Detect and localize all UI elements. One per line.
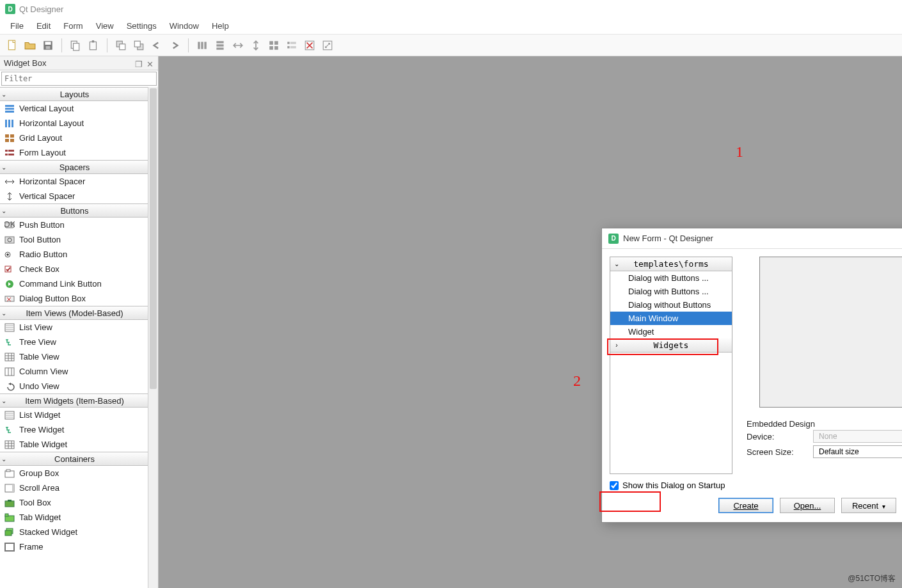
tree-header-templates[interactable]: ⌄ templates\forms (610, 257, 732, 271)
widget-item[interactable]: List Widget (0, 408, 148, 422)
menu-view[interactable]: View (91, 20, 119, 32)
widget-item[interactable]: Table View (0, 349, 148, 364)
app-logo-icon: D (5, 4, 15, 14)
show-on-startup-checkbox[interactable] (610, 481, 619, 490)
device-select[interactable]: None (813, 430, 902, 443)
tree-header-widgets[interactable]: › Widgets (610, 338, 732, 353)
widget-item[interactable]: Tool Box (0, 495, 148, 510)
tool-break-layout-icon[interactable] (301, 37, 318, 54)
widget-item[interactable]: Horizontal Spacer (0, 174, 148, 189)
widget-item[interactable]: List View (0, 320, 148, 335)
widget-box-scrollbar[interactable] (148, 87, 158, 588)
form-icon (4, 148, 15, 158)
form-preview (759, 257, 902, 408)
menu-settings[interactable]: Settings (122, 20, 162, 32)
tool-layout-h-icon[interactable] (194, 37, 210, 54)
widget-item[interactable]: Dialog Button Box (0, 291, 148, 306)
table-icon (4, 352, 15, 362)
svg-rect-33 (12, 120, 13, 127)
widget-item-label: Check Box (19, 264, 59, 274)
widget-item[interactable]: Stacked Widget (0, 525, 148, 539)
tool-copy-icon[interactable] (67, 37, 84, 54)
svg-rect-79 (5, 514, 8, 516)
widget-item[interactable]: Undo View (0, 379, 148, 393)
tool-bring-front-icon[interactable] (131, 37, 147, 54)
widget-item[interactable]: Form Layout (0, 145, 148, 160)
dock-close-icon[interactable]: ✕ (146, 60, 154, 67)
widget-category-header[interactable]: ⌄Item Views (Model-Based) (0, 306, 148, 320)
widget-item[interactable]: Scroll Area (0, 481, 148, 495)
svg-rect-40 (5, 154, 8, 155)
tool-layout-vsplit-icon[interactable] (248, 37, 264, 54)
menu-edit[interactable]: Edit (31, 20, 56, 32)
widget-item[interactable]: Column View (0, 364, 148, 379)
widget-item[interactable]: Vertical Spacer (0, 189, 148, 203)
widget-item-label: Tree View (19, 337, 56, 347)
widget-category-header[interactable]: ⌄Item Widgets (Item-Based) (0, 393, 148, 408)
menu-file[interactable]: File (5, 20, 29, 32)
tool-layout-v-icon[interactable] (212, 37, 228, 54)
widget-item[interactable]: Tab Widget (0, 510, 148, 525)
tool-undo-icon[interactable] (148, 37, 165, 54)
svg-text:OK: OK (4, 221, 15, 229)
svg-point-47 (6, 253, 9, 256)
tool-redo-icon[interactable] (166, 37, 183, 54)
tool-paste-icon[interactable] (85, 37, 102, 54)
widget-item[interactable]: Radio Button (0, 247, 148, 262)
table-icon (4, 440, 15, 450)
template-tree[interactable]: ⌄ templates\forms Dialog with Buttons ..… (610, 257, 732, 474)
widget-item[interactable]: Tool Button (0, 232, 148, 247)
widget-item-label: Frame (19, 542, 44, 552)
tool-layout-form-icon[interactable] (283, 37, 300, 54)
dialog-titlebar[interactable]: D New Form - Qt Designer ✕ (602, 228, 902, 249)
widget-filter-input[interactable] (1, 72, 157, 86)
widget-category-header[interactable]: ⌄Containers (0, 452, 148, 466)
tool-save-icon[interactable] (40, 37, 56, 54)
template-tree-item[interactable]: Main Window (610, 312, 732, 325)
list-icon (4, 322, 15, 333)
tool-layout-grid-icon[interactable] (265, 37, 282, 54)
template-tree-item[interactable]: Dialog with Buttons ... (610, 271, 732, 285)
widget-item[interactable]: Grid Layout (0, 131, 148, 145)
template-tree-item[interactable]: Dialog with Buttons ... (610, 285, 732, 298)
svg-rect-30 (5, 111, 14, 113)
dialog-title: New Form - Qt Designer (623, 234, 902, 243)
menu-help[interactable]: Help (207, 20, 234, 32)
widget-category-header[interactable]: ⌄Spacers (0, 160, 148, 174)
widget-item[interactable]: Frame (0, 539, 148, 554)
tool-send-back-icon[interactable] (113, 37, 129, 54)
create-button[interactable]: Create (718, 498, 773, 513)
widget-list[interactable]: ⌄LayoutsVertical LayoutHorizontal Layout… (0, 87, 148, 588)
tool-adjust-size-icon[interactable] (319, 37, 336, 54)
tool-layout-hsplit-icon[interactable] (230, 37, 246, 54)
menu-form[interactable]: Form (58, 20, 88, 32)
new-form-dialog: D New Form - Qt Designer ✕ ⌄ templates\f… (601, 228, 902, 523)
dock-float-icon[interactable]: ❐ (135, 60, 143, 67)
recent-button[interactable]: Recent (841, 498, 896, 513)
tool-new-icon[interactable] (4, 37, 20, 54)
widget-category-header[interactable]: ⌄Buttons (0, 203, 148, 218)
embedded-design-group: Embedded Design Device: None Screen Size… (744, 417, 902, 459)
svg-rect-18 (269, 41, 273, 45)
widget-item[interactable]: Command Link Button (0, 276, 148, 291)
stack-icon (4, 527, 15, 537)
widget-item-label: Tool Box (19, 498, 51, 507)
template-tree-item[interactable]: Dialog without Buttons (610, 298, 732, 312)
widget-item[interactable]: Horizontal Layout (0, 116, 148, 131)
menu-window[interactable]: Window (164, 20, 204, 32)
widget-item[interactable]: Tree View (0, 335, 148, 349)
widget-item[interactable]: Table Widget (0, 437, 148, 452)
template-tree-item[interactable]: Widget (610, 325, 732, 338)
widget-item[interactable]: Check Box (0, 262, 148, 276)
widget-category-header[interactable]: ⌄Layouts (0, 87, 148, 101)
widget-item[interactable]: OKPush Button (0, 218, 148, 232)
screen-size-select[interactable]: Default size (813, 445, 902, 458)
widget-item[interactable]: Tree Widget (0, 422, 148, 437)
svg-rect-5 (74, 43, 79, 50)
open-button[interactable]: Open... (780, 498, 835, 513)
widget-item[interactable]: Group Box (0, 466, 148, 481)
widget-item[interactable]: Vertical Layout (0, 101, 148, 116)
tool-open-icon[interactable] (22, 37, 38, 54)
svg-rect-19 (274, 41, 278, 45)
svg-rect-37 (10, 139, 14, 142)
